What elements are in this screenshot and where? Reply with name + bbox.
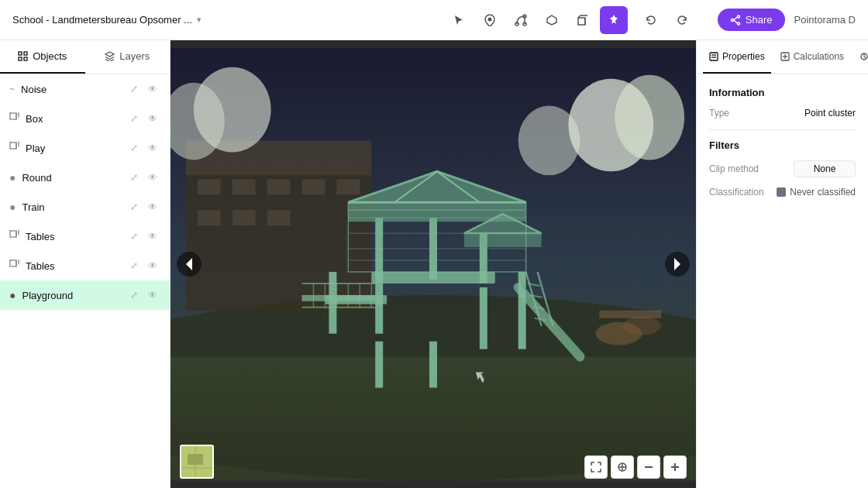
undo-btn[interactable] xyxy=(637,6,665,34)
tab-calculations-label: Calculations xyxy=(794,51,844,62)
tab-objects[interactable]: Objects xyxy=(0,40,85,74)
zoom-in-btn[interactable] xyxy=(663,455,687,479)
svg-rect-40 xyxy=(329,272,336,334)
box-visibility-icon[interactable]: 👁 xyxy=(145,111,160,126)
company-label: Pointorama D xyxy=(794,14,856,26)
project-title-text: School - Landmetersbureau Opsomer ... xyxy=(12,14,192,26)
svg-rect-13 xyxy=(10,113,16,119)
cursor-tool-btn[interactable] xyxy=(445,6,473,34)
train-label: Train xyxy=(22,201,120,213)
round-visibility-icon[interactable]: 👁 xyxy=(145,170,160,185)
svg-rect-78 xyxy=(599,311,661,318)
svg-rect-23 xyxy=(232,179,256,194)
classification-row: Classification Never classified xyxy=(709,187,856,198)
tab-layers[interactable]: Layers xyxy=(85,40,170,74)
tables1-resize-icon[interactable]: ⤢ xyxy=(126,229,142,244)
share-button[interactable]: Share xyxy=(718,9,785,31)
tables1-label: Tables xyxy=(26,231,120,242)
list-item[interactable]: ~ Noise ⤢ 👁 xyxy=(0,74,170,104)
tables2-actions: ⤢ 👁 xyxy=(126,258,160,273)
train-visibility-icon[interactable]: 👁 xyxy=(145,199,160,215)
svg-rect-41 xyxy=(375,272,383,334)
classification-color-dot xyxy=(777,187,786,197)
type-label: Type xyxy=(709,108,729,119)
tables2-visibility-icon[interactable]: 👁 xyxy=(145,258,160,273)
title-chevron: ▾ xyxy=(197,15,202,25)
toolbar xyxy=(445,6,696,34)
path-tool-btn[interactable] xyxy=(507,6,535,34)
playground-label: Playground xyxy=(22,290,120,301)
playground-resize-icon[interactable]: ⤢ xyxy=(126,287,142,303)
playground-actions: ⤢ 👁 xyxy=(126,287,160,303)
redo-btn[interactable] xyxy=(668,6,696,34)
svg-rect-12 xyxy=(24,57,27,60)
svg-rect-16 xyxy=(10,260,16,266)
tables2-resize-icon[interactable]: ⤢ xyxy=(126,258,142,273)
map-thumbnail[interactable] xyxy=(180,445,214,479)
svg-rect-11 xyxy=(19,57,22,60)
right-panel: Properties Calculations Co Information T… xyxy=(696,40,868,488)
play-resize-icon[interactable]: ⤢ xyxy=(126,140,142,156)
tab-properties-label: Properties xyxy=(722,51,765,62)
location-tool-btn[interactable] xyxy=(476,6,504,34)
magic-tool-btn[interactable] xyxy=(600,6,628,34)
objects-list: ~ Noise ⤢ 👁 Box ⤢ 👁 xyxy=(0,74,170,488)
properties-content: Information Type Point cluster Filters C… xyxy=(697,74,868,210)
viewport-controls xyxy=(584,455,687,479)
svg-rect-5 xyxy=(578,18,585,25)
svg-rect-14 xyxy=(10,143,16,149)
box-icon xyxy=(9,112,19,125)
box3d-tool-btn[interactable] xyxy=(569,6,597,34)
app-header: School - Landmetersbureau Opsomer ... ▾ xyxy=(0,0,868,40)
tables1-icon xyxy=(9,230,19,242)
svg-rect-27 xyxy=(198,210,221,225)
list-item[interactable]: ● Playground ⤢ 👁 xyxy=(0,280,170,310)
left-panel: Objects Layers ~ Noise ⤢ 👁 xyxy=(0,40,170,488)
svg-line-96 xyxy=(864,57,866,58)
classification-badge[interactable]: Never classified xyxy=(777,187,856,198)
tab-properties[interactable]: Properties xyxy=(703,40,771,74)
clip-method-row: Clip method None xyxy=(709,160,856,177)
box-resize-icon[interactable]: ⤢ xyxy=(126,111,142,126)
round-resize-icon[interactable]: ⤢ xyxy=(126,170,142,185)
play-label: Play xyxy=(26,143,120,154)
tables1-visibility-icon[interactable]: 👁 xyxy=(145,229,160,244)
zoom-out-btn[interactable] xyxy=(637,455,660,479)
svg-rect-42 xyxy=(375,342,383,388)
type-value: Point cluster xyxy=(804,108,856,119)
nav-next-btn[interactable] xyxy=(665,252,690,277)
svg-rect-29 xyxy=(267,210,291,225)
noise-actions: ⤢ 👁 xyxy=(126,81,160,97)
list-item[interactable]: ● Train ⤢ 👁 xyxy=(0,192,170,222)
tab-co[interactable]: Co xyxy=(853,40,868,74)
play-visibility-icon[interactable]: 👁 xyxy=(145,140,160,156)
tab-calculations[interactable]: Calculations xyxy=(774,40,850,74)
noise-visibility-icon[interactable]: 👁 xyxy=(145,81,160,97)
clip-method-dropdown[interactable]: None xyxy=(794,160,856,177)
noise-icon: ~ xyxy=(9,84,15,95)
orbit-btn[interactable] xyxy=(611,455,634,479)
3d-viewport[interactable] xyxy=(170,40,696,488)
svg-rect-26 xyxy=(336,179,360,194)
fullscreen-btn[interactable] xyxy=(584,455,608,479)
list-item[interactable]: Tables ⤢ 👁 xyxy=(0,251,170,280)
list-item[interactable]: Tables ⤢ 👁 xyxy=(0,222,170,251)
clip-method-value: None xyxy=(814,163,836,174)
svg-point-6 xyxy=(731,19,733,21)
filters-title: Filters xyxy=(709,139,856,151)
svg-rect-25 xyxy=(302,179,326,194)
playground-visibility-icon[interactable]: 👁 xyxy=(145,287,160,303)
list-item[interactable]: Box ⤢ 👁 xyxy=(0,104,170,133)
project-title[interactable]: School - Landmetersbureau Opsomer ... ▾ xyxy=(12,14,202,26)
polygon-tool-btn[interactable] xyxy=(538,6,566,34)
tables2-label: Tables xyxy=(26,260,120,272)
train-resize-icon[interactable]: ⤢ xyxy=(126,199,142,215)
svg-marker-4 xyxy=(547,15,556,25)
noise-label: Noise xyxy=(21,84,120,95)
nav-prev-btn[interactable] xyxy=(177,252,202,277)
playground-icon: ● xyxy=(9,289,16,301)
noise-resize-icon[interactable]: ⤢ xyxy=(126,81,142,97)
list-item[interactable]: Play ⤢ 👁 xyxy=(0,133,170,163)
train-actions: ⤢ 👁 xyxy=(126,199,160,215)
list-item[interactable]: ● Round ⤢ 👁 xyxy=(0,163,170,192)
